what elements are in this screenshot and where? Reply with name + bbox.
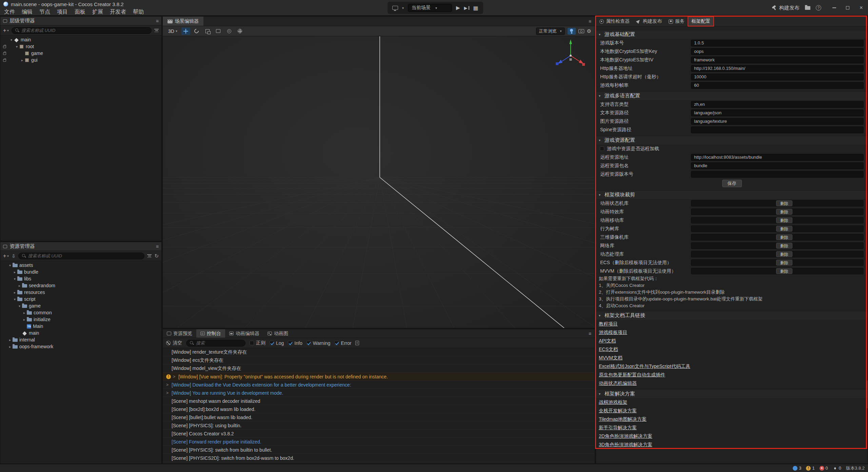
asset-node[interactable]: seedrandom bbox=[0, 282, 161, 289]
field-input[interactable] bbox=[691, 74, 864, 80]
clear-console-button[interactable]: 清空 bbox=[166, 340, 182, 346]
caret-icon[interactable] bbox=[8, 263, 12, 267]
log-row[interactable]: [Scene] [bullet]:bullet wasm lib loaded. bbox=[163, 413, 595, 421]
log-row[interactable]: [Scene] [box2d]:box2d wasm lib loaded. bbox=[163, 405, 595, 413]
console-tab[interactable]: 动画图 bbox=[263, 329, 292, 338]
caret-icon[interactable] bbox=[8, 345, 12, 349]
delete-button[interactable]: 删除 bbox=[776, 217, 792, 223]
console-tab[interactable]: 动画编辑器 bbox=[225, 329, 263, 338]
doc-link[interactable]: 教程项目 bbox=[599, 321, 618, 327]
rect-tool-button[interactable] bbox=[214, 27, 223, 35]
panel-menu-icon[interactable]: ≡ bbox=[589, 331, 591, 336]
status-count[interactable]: 3 bbox=[793, 466, 801, 471]
caret-icon[interactable] bbox=[13, 270, 17, 274]
filter-icon[interactable] bbox=[147, 254, 152, 258]
log-filter-checkbox[interactable]: Info bbox=[288, 340, 302, 346]
doc-link[interactable]: 原生包热更新配置自动生成插件 bbox=[599, 372, 665, 378]
mode-3d-button[interactable]: 3D ▾ bbox=[166, 28, 179, 34]
scene-editor-tab[interactable]: 场景编辑器 bbox=[163, 17, 203, 26]
log-row[interactable]: [Window] You are running Vue in developm… bbox=[163, 389, 595, 397]
delete-button[interactable]: 删除 bbox=[776, 226, 792, 232]
doc-link[interactable]: 战棋游戏框架 bbox=[599, 399, 627, 406]
rotate-tool-button[interactable] bbox=[192, 27, 201, 35]
log-row[interactable]: [Scene] [PHYSICS2D]: switch from box2d-w… bbox=[163, 454, 595, 462]
doc-link[interactable]: 3D角色扮演游戏解决方案 bbox=[599, 442, 652, 448]
doc-link[interactable]: Excel格式转Json文件与TypeScript代码工具 bbox=[599, 363, 690, 370]
close-button[interactable]: × bbox=[854, 0, 868, 16]
menu-item[interactable]: 项目 bbox=[54, 8, 71, 16]
field-input[interactable] bbox=[691, 101, 864, 108]
inspector-section-header[interactable]: 框架模块裁剪 bbox=[596, 190, 868, 199]
field-input[interactable] bbox=[691, 162, 864, 169]
tree-node[interactable]: gui bbox=[0, 57, 161, 63]
pivot-toggle-button[interactable] bbox=[225, 27, 234, 35]
scene-dropdown[interactable]: 当前场景 ▾ bbox=[408, 4, 452, 12]
field-input[interactable] bbox=[691, 82, 864, 89]
scale-tool-button[interactable] bbox=[203, 27, 212, 35]
asset-node[interactable]: bundle bbox=[0, 269, 161, 275]
log-filter-checkbox[interactable]: Warning bbox=[307, 340, 331, 346]
doc-link[interactable]: API文档 bbox=[599, 338, 616, 344]
caret-icon[interactable] bbox=[22, 311, 26, 315]
field-input[interactable] bbox=[691, 118, 864, 125]
doc-link[interactable]: ECS文档 bbox=[599, 347, 618, 353]
import-asset-icon[interactable]: ⇩ bbox=[12, 253, 16, 259]
caret-icon[interactable] bbox=[13, 291, 17, 294]
chevron-down-icon[interactable]: ▾ bbox=[402, 6, 404, 10]
log-row[interactable]: [Window] Download the Vue Devtools exten… bbox=[163, 381, 595, 389]
log-row[interactable]: [Window] [Vue warn]: Property "onInput" … bbox=[163, 373, 595, 381]
log-row[interactable]: [Window] render_texture文件夹存在 bbox=[163, 348, 595, 356]
field-input[interactable] bbox=[691, 40, 864, 46]
caret-icon[interactable] bbox=[8, 338, 12, 342]
log-row[interactable]: [Window] model_view文件夹存在 bbox=[163, 365, 595, 373]
caret-icon[interactable] bbox=[9, 38, 14, 42]
panel-menu-icon[interactable]: ≡ bbox=[156, 244, 159, 249]
hierarchy-search-input[interactable] bbox=[21, 28, 148, 33]
expand-caret-icon[interactable] bbox=[166, 382, 170, 387]
export-log-icon[interactable] bbox=[355, 341, 359, 345]
help-icon[interactable]: ? bbox=[816, 5, 821, 11]
log-filter-checkbox[interactable]: Error bbox=[334, 340, 351, 346]
doc-link[interactable]: 全栈开发解决方案 bbox=[599, 408, 637, 414]
lock-icon[interactable] bbox=[3, 46, 6, 48]
log-row[interactable]: [Window] ecs文件夹存在 bbox=[163, 356, 595, 365]
asset-node[interactable]: game bbox=[0, 302, 161, 309]
menu-item[interactable]: 开发者 bbox=[106, 8, 130, 16]
play-button[interactable]: ▶ bbox=[456, 5, 460, 11]
asset-node[interactable]: libs bbox=[0, 275, 161, 282]
field-input[interactable] bbox=[691, 110, 864, 116]
gear-icon[interactable]: ⚙ bbox=[587, 28, 591, 34]
menu-item[interactable]: 编辑 bbox=[18, 8, 36, 16]
delete-button[interactable]: 删除 bbox=[776, 268, 792, 274]
filter-icon[interactable] bbox=[154, 29, 159, 32]
console-tab[interactable]: 资源预览 bbox=[163, 329, 196, 338]
doc-link[interactable]: 新手引导解决方案 bbox=[599, 425, 637, 431]
minimize-button[interactable] bbox=[827, 0, 841, 16]
maximize-button[interactable] bbox=[841, 0, 854, 16]
inspector-tab[interactable]: 构建发布 bbox=[633, 17, 665, 26]
build-publish-button[interactable]: 构建发布 bbox=[772, 5, 800, 11]
caret-icon[interactable] bbox=[15, 45, 19, 48]
camera-icon[interactable] bbox=[578, 29, 584, 33]
inspector-tab[interactable]: 服务 bbox=[665, 17, 688, 26]
log-filter-checkbox[interactable]: Log bbox=[270, 340, 284, 346]
create-asset-button[interactable]: +▾ bbox=[3, 253, 9, 259]
caret-icon[interactable] bbox=[13, 277, 17, 281]
asset-node[interactable]: main bbox=[0, 330, 161, 336]
device-preview-icon[interactable] bbox=[392, 6, 398, 10]
caret-icon[interactable] bbox=[13, 297, 17, 301]
asset-node[interactable]: oops-framework bbox=[0, 343, 161, 350]
inspector-tab[interactable]: 属性检查器 bbox=[596, 17, 633, 26]
move-tool-button[interactable] bbox=[181, 27, 190, 35]
lighting-toggle-icon[interactable] bbox=[568, 28, 576, 35]
field-input[interactable] bbox=[691, 154, 864, 161]
expand-caret-icon[interactable] bbox=[173, 374, 176, 379]
create-node-button[interactable]: +▾ bbox=[3, 27, 9, 34]
log-row[interactable]: [Scene] [PHYSICS]: switch from builtin t… bbox=[163, 446, 595, 454]
caret-icon[interactable] bbox=[17, 304, 22, 308]
delete-button[interactable]: 删除 bbox=[776, 200, 792, 206]
caret-icon[interactable] bbox=[22, 318, 26, 321]
delete-button[interactable]: 删除 bbox=[776, 243, 792, 249]
inspector-scrollbar[interactable] bbox=[866, 380, 867, 409]
doc-link[interactable]: Tiledmap地图解决方案 bbox=[599, 416, 647, 422]
